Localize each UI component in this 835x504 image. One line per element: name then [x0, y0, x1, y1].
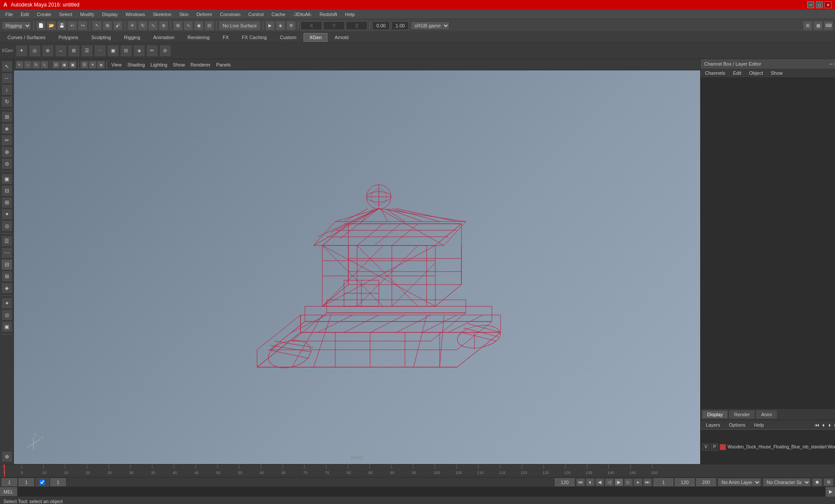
shelf-btn-9[interactable]: ⊟	[120, 45, 132, 57]
layer-visibility-p[interactable]: P	[711, 444, 718, 451]
move-tool[interactable]: ↔	[1, 73, 13, 84]
layer-prev-btn[interactable]: ⏴	[821, 422, 826, 428]
menu-create[interactable]: Create	[33, 11, 55, 18]
misc-tool-3[interactable]: ▣	[1, 321, 13, 332]
menu-windows[interactable]: Windows	[122, 11, 149, 18]
viewport-render-btn[interactable]: ◈	[97, 61, 105, 69]
cb-tab-edit[interactable]: Edit	[729, 70, 745, 76]
tab-curves-surfaces[interactable]: Curves / Surfaces	[2, 33, 51, 42]
new-file-button[interactable]: 📄	[36, 21, 46, 30]
move-tool-button[interactable]: ✛	[127, 21, 137, 30]
shelf-btn-12[interactable]: ⊘	[159, 45, 171, 57]
layer-tab-render[interactable]: Render	[729, 411, 755, 418]
open-file-button[interactable]: 📂	[47, 21, 56, 30]
play-forward-button[interactable]: ▶	[615, 478, 623, 486]
range-end-field[interactable]	[675, 478, 695, 486]
rotate-tool[interactable]: ↕	[1, 84, 13, 96]
shelf-settings-button[interactable]: ⊞	[803, 21, 812, 30]
step-back-button[interactable]: ⏴	[586, 478, 595, 486]
viewport-smooth-btn[interactable]: ◉	[60, 61, 68, 69]
tab-rendering[interactable]: Rendering	[182, 33, 215, 42]
viewport-scale-btn[interactable]: ⤡	[40, 61, 48, 69]
layer-next-btn[interactable]: ⏵	[828, 422, 832, 428]
vt-renderer[interactable]: Renderer	[188, 61, 213, 68]
tab-animation[interactable]: Animation	[147, 33, 180, 42]
shelf-btn-6[interactable]: ☰	[81, 45, 93, 57]
lasso-tool[interactable]: ⊘	[1, 158, 13, 169]
snap-point-button[interactable]: ◉	[194, 21, 204, 30]
paint-select-button[interactable]: 🖌	[113, 21, 123, 30]
tab-arnold[interactable]: Arnold	[329, 33, 354, 42]
viewport-move-btn[interactable]: ↔	[24, 61, 32, 69]
coord-z-field[interactable]	[346, 21, 367, 30]
ipr-button[interactable]: ◈	[276, 21, 285, 30]
lasso-tool-button[interactable]: ⊞	[103, 21, 112, 30]
cb-tab-object[interactable]: Object	[745, 70, 766, 76]
menu-redshift[interactable]: Redshift	[316, 11, 341, 18]
rewind-start-button[interactable]: ⏮	[576, 478, 585, 486]
vt-view[interactable]: View	[109, 61, 124, 68]
menu-skin[interactable]: Skin	[176, 11, 192, 18]
shelf-btn-10[interactable]: ◈	[133, 45, 145, 57]
play-back-button[interactable]: ◁	[605, 478, 614, 486]
snap-grid-button[interactable]: ⊞	[173, 21, 183, 30]
range-start-field[interactable]	[654, 478, 673, 486]
shelf-btn-1[interactable]: ✦	[16, 45, 28, 57]
cluster-tool[interactable]: ✦	[1, 209, 13, 220]
misc-tool-4[interactable]: ⊕	[1, 451, 13, 462]
xgen-tool-4[interactable]: ⊞	[1, 271, 13, 282]
menu-modify[interactable]: Modify	[77, 11, 97, 18]
cb-tab-show[interactable]: Show	[767, 70, 786, 76]
coord-y-field[interactable]	[323, 21, 345, 30]
frame-end-field[interactable]	[555, 478, 574, 486]
render-settings-button[interactable]: ⚙	[286, 21, 296, 30]
scale-tool-button[interactable]: ⤡	[148, 21, 158, 30]
layer-ctrl-help[interactable]: Help	[751, 421, 768, 428]
next-frame-button[interactable]: ▷	[624, 478, 633, 486]
render-view-button[interactable]: ▶	[265, 21, 275, 30]
deform-tool[interactable]: ◎	[1, 220, 13, 232]
prefs-button[interactable]: ⚙	[824, 478, 833, 486]
artisan-tool[interactable]: ⊕	[1, 146, 13, 158]
redo-button[interactable]: ↪	[78, 21, 87, 30]
menu-deform[interactable]: Deform	[193, 11, 216, 18]
menu-3dtall[interactable]: -3DtoAll-	[290, 11, 315, 18]
misc-tool-1[interactable]: ✦	[1, 298, 13, 309]
menu-help[interactable]: Help	[341, 11, 358, 18]
vt-panels[interactable]: Panels	[214, 61, 234, 68]
scale-tool[interactable]: ↻	[1, 96, 13, 107]
ik-spline-tool[interactable]: ⊞	[1, 197, 13, 208]
menu-file[interactable]: File	[2, 11, 17, 18]
fast-forward-button[interactable]: ⏭	[643, 478, 652, 486]
shelf-btn-2[interactable]: ◎	[29, 45, 41, 57]
xgen-tool-1[interactable]: ☰	[1, 235, 13, 247]
paint-tool[interactable]: ◈	[1, 123, 13, 134]
sculpt-tool[interactable]: ✏	[1, 135, 13, 146]
cb-tab-channels[interactable]: Channels	[701, 70, 728, 76]
title-bar-controls[interactable]: ─ □ ✕	[807, 1, 832, 8]
vt-shading[interactable]: Shading	[125, 61, 147, 68]
select-tool[interactable]: ↖	[1, 61, 13, 72]
shelf-btn-3[interactable]: ⊕	[42, 45, 54, 57]
rotate-tool-button[interactable]: ↻	[138, 21, 147, 30]
menu-display[interactable]: Display	[99, 11, 121, 18]
shelf-btn-7[interactable]: ⋯	[94, 45, 106, 57]
soft-select-tool[interactable]: ⊞	[1, 111, 13, 123]
shelf-btn-11[interactable]: ✏	[146, 45, 158, 57]
layer-ctrl-layers[interactable]: Layers	[702, 421, 724, 428]
mel-input[interactable]	[17, 487, 825, 496]
coord-x-field[interactable]	[301, 21, 322, 30]
ui-settings-button[interactable]: ▦	[813, 21, 823, 30]
layer-ctrl-options[interactable]: Options	[725, 421, 749, 428]
sub-frame-field[interactable]	[50, 478, 66, 486]
viewport-select-btn[interactable]: ↖	[16, 61, 23, 69]
prev-frame-button[interactable]: ◀	[595, 478, 604, 486]
viewport-canvas[interactable]: persp Y X	[14, 70, 700, 464]
mel-run-button[interactable]: ▶	[825, 487, 835, 497]
menu-skeleton[interactable]: Skeleton	[149, 11, 175, 18]
menu-cache[interactable]: Cache	[268, 11, 289, 18]
undo-button[interactable]: ↩	[67, 21, 77, 30]
auto-key-button[interactable]: ⏺	[812, 478, 822, 486]
channel-box-minimize[interactable]: ─	[829, 61, 833, 66]
universal-manip-button[interactable]: ⊕	[159, 21, 168, 30]
